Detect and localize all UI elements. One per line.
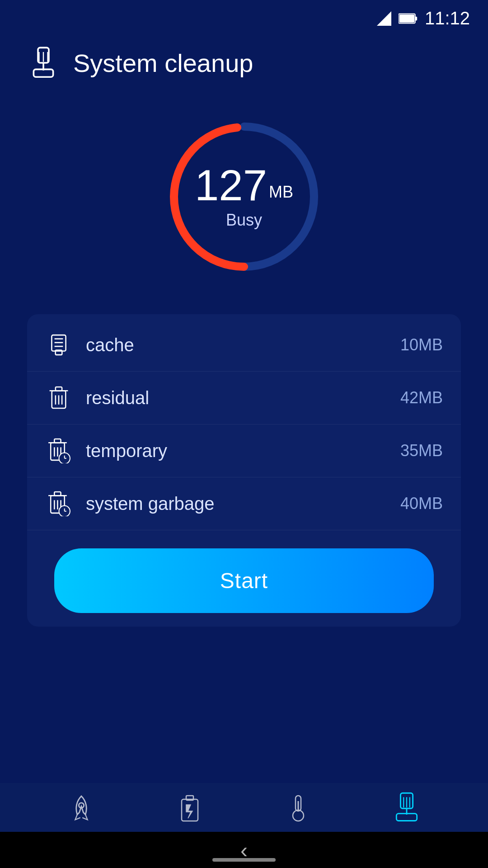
battery-bolt-icon — [174, 792, 205, 823]
svg-rect-41 — [182, 799, 198, 821]
cleanup-icon — [391, 792, 422, 823]
svg-marker-0 — [377, 11, 391, 26]
bottom-nav — [0, 783, 488, 832]
home-indicator — [212, 858, 276, 862]
gauge-container: 127MB Busy — [163, 115, 325, 278]
status-icons: 11:12 — [377, 8, 470, 28]
residual-size: 42MB — [400, 388, 443, 407]
svg-marker-43 — [186, 805, 192, 818]
gauge-unit: MB — [269, 183, 293, 201]
nav-item-cleanup[interactable] — [391, 792, 422, 823]
brush-icon-header — [27, 47, 60, 79]
system-garbage-label: system garbage — [86, 494, 387, 514]
items-card: cache 10MB residual 42MB — [27, 314, 461, 627]
nav-item-boost[interactable] — [66, 792, 97, 823]
signal-icon — [377, 11, 391, 26]
svg-rect-3 — [415, 16, 417, 20]
battery-icon — [399, 12, 418, 25]
list-item[interactable]: cache 10MB — [27, 319, 461, 372]
cache-icon — [45, 331, 72, 359]
svg-rect-6 — [33, 69, 53, 77]
system-garbage-size: 40MB — [400, 494, 443, 513]
svg-rect-18 — [56, 387, 62, 391]
list-item[interactable]: temporary 35MB — [27, 425, 461, 477]
residual-label: residual — [86, 388, 387, 408]
svg-point-45 — [293, 810, 304, 821]
gauge-value-row: 127MB — [195, 164, 293, 207]
svg-rect-49 — [396, 814, 417, 821]
system-garbage-icon — [45, 490, 72, 517]
app-header: System cleanup — [0, 33, 488, 88]
thermometer-icon — [283, 792, 314, 823]
start-button-wrapper: Start — [54, 548, 434, 613]
gauge-number: 127 — [195, 161, 267, 209]
nav-item-battery[interactable] — [174, 792, 205, 823]
list-item[interactable]: residual 42MB — [27, 372, 461, 425]
time-display: 11:12 — [425, 8, 470, 28]
temporary-icon — [45, 437, 72, 464]
status-bar: 11:12 — [0, 0, 488, 33]
svg-rect-33 — [54, 492, 61, 495]
cache-size: 10MB — [400, 335, 443, 354]
gauge-status: Busy — [195, 211, 293, 230]
page-title: System cleanup — [73, 48, 253, 78]
list-item[interactable]: system garbage 40MB — [27, 477, 461, 530]
cache-label: cache — [86, 335, 387, 355]
svg-rect-24 — [54, 439, 61, 443]
nav-bar: ‹ — [0, 832, 488, 868]
temporary-label: temporary — [86, 441, 387, 461]
svg-rect-2 — [399, 14, 414, 23]
gauge-center: 127MB Busy — [195, 164, 293, 230]
nav-item-temperature[interactable] — [283, 792, 314, 823]
rocket-icon — [66, 792, 97, 823]
start-button[interactable]: Start — [54, 548, 434, 613]
gauge-section: 127MB Busy — [0, 88, 488, 314]
temporary-size: 35MB — [400, 441, 443, 460]
residual-icon — [45, 384, 72, 411]
